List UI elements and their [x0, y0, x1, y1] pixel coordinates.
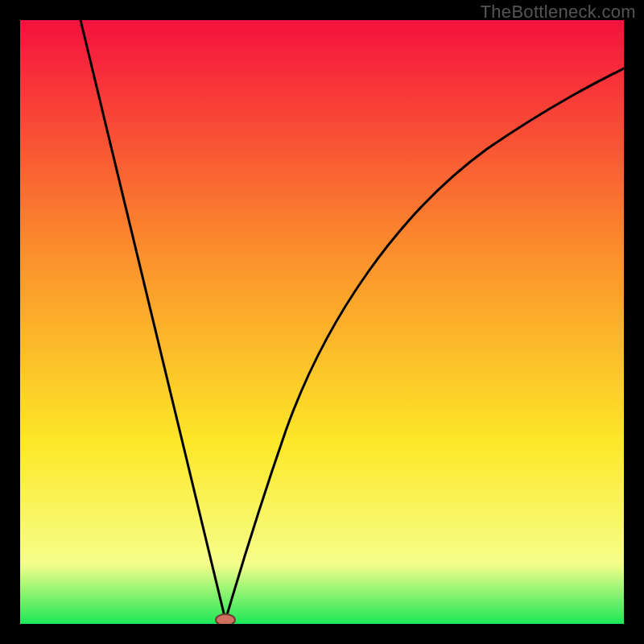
watermark-text: TheBottleneck.com [481, 2, 636, 23]
optimum-marker [216, 614, 235, 624]
chart-svg [20, 20, 624, 624]
plot-area [20, 20, 624, 624]
chart-frame: TheBottleneck.com [0, 0, 644, 644]
gradient-background [20, 20, 624, 624]
